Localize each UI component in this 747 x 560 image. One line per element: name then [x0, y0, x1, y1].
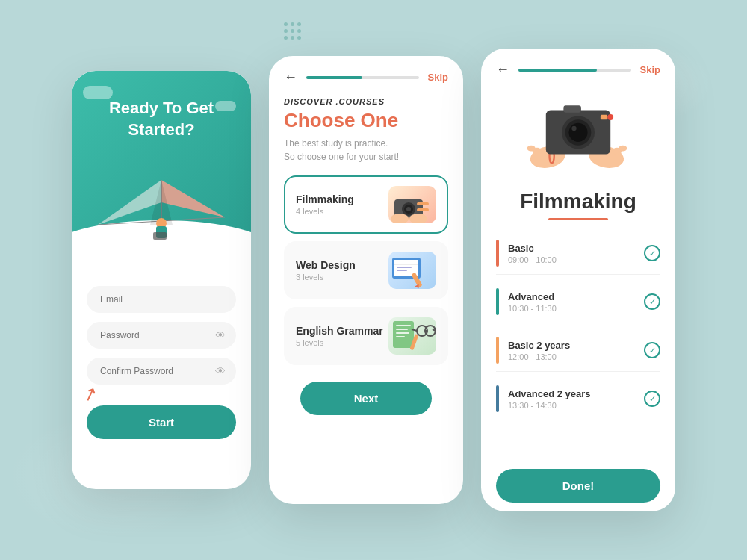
svg-rect-19	[397, 267, 412, 268]
advanced-bar	[496, 288, 499, 315]
password-wrapper: 👁	[87, 322, 236, 349]
course-filmmaking[interactable]: Filmmaking 4 levels	[284, 175, 448, 234]
svg-rect-12	[417, 202, 429, 205]
done-button[interactable]: Done!	[496, 469, 660, 503]
confirm-password-eye-icon[interactable]: 👁	[215, 365, 226, 377]
schedule-item-basic2: Basic 2 years 12:00 - 13:00 ✓	[496, 329, 660, 372]
advanced-time: 10:30 - 11:30	[508, 304, 635, 313]
dots-decoration	[284, 22, 301, 40]
email-wrapper	[87, 286, 236, 313]
start-button[interactable]: Start	[87, 405, 236, 439]
basic2-bar	[496, 337, 499, 364]
advanced-title: Advanced	[508, 291, 635, 302]
svg-rect-46	[563, 105, 581, 112]
svg-rect-27	[396, 336, 405, 337]
course-webdesign-title: Web Design	[296, 259, 356, 271]
advanced2-bar	[496, 385, 499, 412]
filmmaking-detail-card: ← Skip	[481, 49, 675, 511]
back-arrow-icon[interactable]: ←	[284, 69, 297, 85]
advanced2-check-icon[interactable]: ✓	[644, 391, 660, 407]
detail-progress-bar	[518, 69, 631, 72]
basic2-title: Basic 2 years	[508, 340, 635, 351]
advanced2-time: 13:30 - 14:30	[508, 401, 635, 410]
advanced2-title: Advanced 2 years	[508, 388, 635, 399]
basic-bar	[496, 240, 499, 267]
progress-fill	[306, 76, 362, 79]
course-filmmaking-title: Filmmaking	[296, 193, 354, 205]
card2-body: Discover .Courses Choose One The best st…	[269, 85, 463, 504]
course-filmmaking-levels: 4 levels	[296, 207, 354, 216]
hang-glider-illustration	[90, 150, 232, 250]
schedule-item-advanced2: Advanced 2 years 13:30 - 14:30 ✓	[496, 378, 660, 420]
detail-title: Filmmaking	[481, 190, 675, 214]
basic2-time: 12:00 - 13:00	[508, 352, 635, 361]
svg-point-45	[571, 126, 576, 131]
camera-illustration	[518, 93, 638, 175]
schedule-item-basic: Basic 09:00 - 10:00 ✓	[496, 232, 660, 275]
course-webdesign[interactable]: Web Design 3 levels	[284, 241, 448, 299]
advanced-check-icon[interactable]: ✓	[644, 293, 660, 310]
svg-point-11	[406, 207, 411, 211]
svg-rect-13	[417, 208, 429, 211]
detail-hero-image	[481, 78, 675, 190]
choose-course-card: ← Skip Discover .Courses Choose One The …	[269, 56, 463, 504]
choose-subtitle: The best study is practice.So choose one…	[284, 137, 448, 164]
svg-rect-20	[397, 270, 407, 271]
password-eye-icon[interactable]: 👁	[215, 329, 226, 341]
progress-bar	[306, 76, 419, 79]
title-underline	[548, 218, 608, 220]
svg-point-36	[527, 146, 536, 152]
detail-progress-fill	[518, 69, 597, 72]
svg-rect-7	[153, 232, 167, 240]
discover-label: Discover .Courses	[284, 97, 448, 106]
confirm-password-input[interactable]	[87, 358, 236, 385]
next-button[interactable]: Next	[300, 382, 432, 415]
password-input[interactable]	[87, 322, 236, 349]
svg-point-40	[619, 146, 627, 152]
course-grammar[interactable]: English Grammar 5 levels	[284, 307, 448, 365]
detail-back-arrow-icon[interactable]: ←	[496, 62, 509, 78]
basic-title: Basic	[508, 243, 635, 254]
course-grammar-levels: 5 levels	[296, 338, 383, 347]
svg-rect-47	[601, 115, 607, 119]
schedule-list: Basic 09:00 - 10:00 ✓ Advanced 10:30 - 1…	[481, 232, 675, 460]
card3-header: ← Skip	[481, 49, 675, 78]
filmmaking-thumb	[388, 186, 436, 223]
grammar-thumb	[388, 317, 436, 355]
basic-check-icon[interactable]: ✓	[644, 245, 660, 261]
svg-rect-24	[396, 325, 411, 326]
detail-skip-link[interactable]: Skip	[640, 64, 660, 75]
skip-link[interactable]: Skip	[428, 72, 448, 83]
schedule-item-advanced: Advanced 10:30 - 11:30 ✓	[496, 281, 660, 323]
get-started-card: Ready To Get Started?	[72, 71, 251, 489]
svg-rect-25	[396, 329, 408, 330]
svg-marker-1	[161, 180, 225, 217]
email-input[interactable]	[87, 286, 236, 313]
confirm-password-wrapper: 👁	[87, 358, 236, 385]
course-webdesign-levels: 3 levels	[296, 273, 356, 281]
hero-title: Ready To Get Started?	[87, 98, 236, 140]
form-section: 👁 👁 ↗ Start	[72, 265, 251, 489]
course-grammar-title: English Grammar	[296, 325, 383, 337]
basic-time: 09:00 - 10:00	[508, 255, 635, 264]
basic2-check-icon[interactable]: ✓	[644, 342, 660, 358]
svg-point-44	[568, 123, 587, 142]
webdesign-thumb	[388, 252, 436, 289]
card2-header: ← Skip	[269, 56, 463, 85]
hero-section: Ready To Get Started?	[72, 71, 251, 265]
choose-title: Choose One	[284, 109, 448, 132]
svg-rect-26	[396, 332, 409, 334]
svg-point-48	[607, 114, 613, 120]
